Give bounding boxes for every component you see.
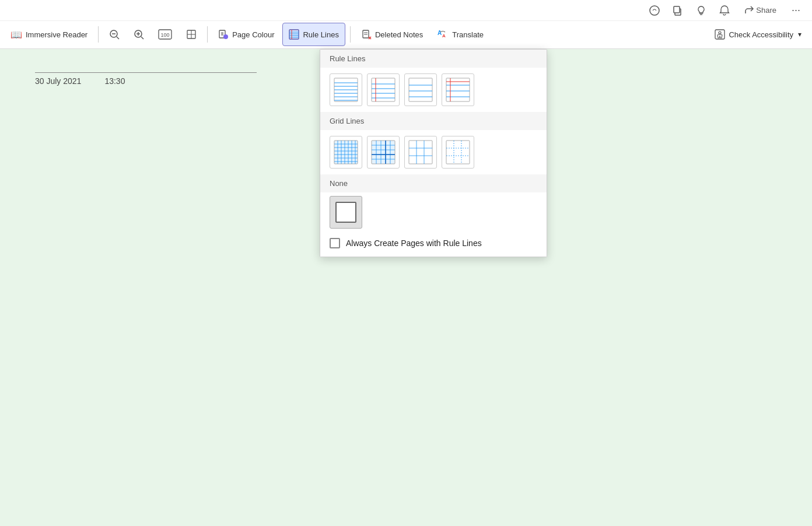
rule-lines-options bbox=[320, 68, 547, 112]
page-time: 13:30 bbox=[104, 76, 125, 86]
page-date: 30 July 2021 bbox=[35, 76, 81, 86]
svg-text:A: A bbox=[438, 30, 442, 36]
zoom-in-button[interactable] bbox=[128, 23, 150, 46]
svg-point-21 bbox=[223, 34, 228, 39]
none-options bbox=[320, 192, 547, 232]
separator-1 bbox=[98, 26, 99, 43]
check-acc-chevron: ▾ bbox=[798, 30, 802, 38]
none-section-header: None bbox=[320, 174, 547, 192]
zoom-out-icon bbox=[109, 29, 120, 40]
deleted-notes-icon bbox=[361, 29, 372, 40]
immersive-reader-icon: 📖 bbox=[10, 29, 22, 40]
deleted-notes-button[interactable]: Deleted Notes bbox=[355, 23, 429, 46]
rule-lines-section-header: Rule Lines bbox=[320, 50, 547, 68]
rule-option-college[interactable] bbox=[367, 73, 400, 106]
zoom-in-icon bbox=[134, 29, 144, 40]
svg-rect-48 bbox=[409, 78, 432, 101]
zoom-100-icon: 100 bbox=[158, 29, 172, 40]
accessibility-icon bbox=[715, 29, 725, 40]
toolbar-top-strip: Share ··· bbox=[0, 0, 812, 21]
rule-lines-dropdown: Rule Lines bbox=[320, 49, 547, 257]
toolbar: Share ··· 📖 Immersive Reader bbox=[0, 0, 812, 49]
rule-option-margin[interactable] bbox=[442, 73, 474, 106]
rule-option-wide[interactable] bbox=[404, 73, 437, 106]
lightbulb-icon[interactable] bbox=[692, 1, 710, 20]
always-create-checkbox[interactable] bbox=[330, 238, 340, 248]
copy-icon[interactable] bbox=[668, 1, 687, 20]
immersive-reader-button[interactable]: 📖 Immersive Reader bbox=[5, 23, 93, 46]
svg-text:100: 100 bbox=[161, 32, 170, 38]
svg-rect-22 bbox=[289, 30, 299, 39]
more-options-button[interactable]: ··· bbox=[787, 2, 805, 19]
grid-lines-section-header: Grid Lines bbox=[320, 112, 547, 130]
svg-point-34 bbox=[719, 31, 721, 34]
grid-lines-options bbox=[320, 130, 547, 174]
inking-icon[interactable] bbox=[645, 1, 664, 20]
none-option-inner bbox=[335, 202, 356, 223]
page-title-line bbox=[35, 72, 257, 73]
page-colour-button[interactable]: Page Colour bbox=[212, 23, 280, 46]
svg-text:A: A bbox=[442, 33, 446, 38]
always-create-label[interactable]: Always Create Pages with Rule Lines bbox=[346, 239, 482, 248]
top-strip-icons: Share ··· bbox=[645, 1, 805, 20]
grid-option-large[interactable] bbox=[404, 136, 437, 169]
svg-rect-2 bbox=[674, 6, 680, 13]
page-colour-icon bbox=[218, 29, 229, 40]
separator-3 bbox=[350, 26, 351, 43]
grid-option-xlarge[interactable] bbox=[442, 136, 474, 169]
none-option[interactable] bbox=[330, 196, 362, 229]
rule-lines-icon bbox=[289, 29, 299, 40]
svg-line-11 bbox=[141, 37, 144, 39]
translate-icon: A A bbox=[437, 29, 449, 40]
bell-icon[interactable] bbox=[715, 1, 734, 20]
always-create-row: Always Create Pages with Rule Lines bbox=[320, 232, 547, 257]
svg-point-0 bbox=[650, 6, 659, 15]
rule-lines-button[interactable]: Rule Lines bbox=[282, 23, 345, 46]
rule-option-narrow[interactable] bbox=[330, 73, 362, 106]
zoom-out-button[interactable] bbox=[103, 23, 125, 46]
translate-button[interactable]: A A Translate bbox=[431, 23, 489, 46]
fit-page-icon bbox=[186, 29, 197, 40]
separator-2 bbox=[207, 26, 208, 43]
grid-option-medium[interactable] bbox=[367, 136, 400, 169]
share-button[interactable]: Share bbox=[738, 3, 782, 17]
check-accessibility-button[interactable]: Check Accessibility ▾ bbox=[709, 23, 807, 46]
toolbar-main: 📖 Immersive Reader 100 bbox=[0, 20, 812, 48]
svg-rect-82 bbox=[409, 141, 432, 164]
zoom-100-button[interactable]: 100 bbox=[152, 23, 178, 46]
grid-option-small[interactable] bbox=[330, 136, 362, 169]
svg-line-7 bbox=[117, 37, 119, 39]
fit-page-button[interactable] bbox=[180, 23, 202, 46]
svg-rect-87 bbox=[446, 141, 470, 164]
svg-rect-71 bbox=[372, 141, 395, 164]
